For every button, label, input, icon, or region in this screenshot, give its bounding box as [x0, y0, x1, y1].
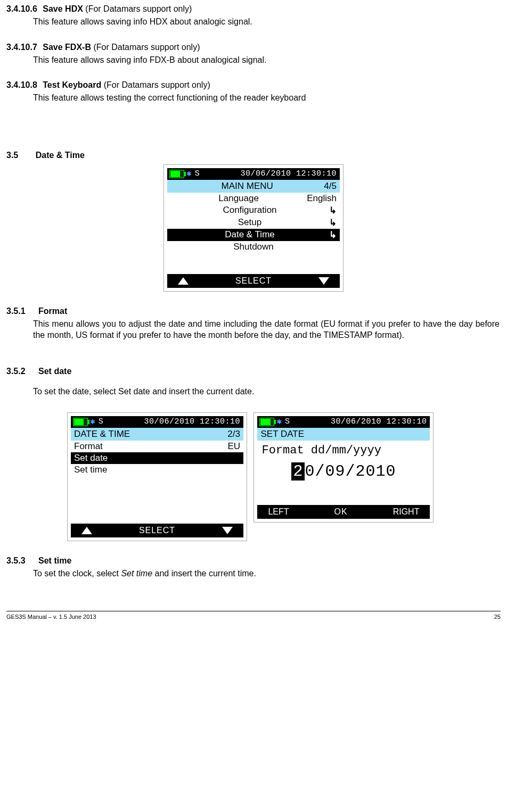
up-arrow-icon[interactable]	[81, 527, 92, 534]
device-screen: ✱ S 30/06/2010 12:30:10 MAIN MENU 4/5 La…	[163, 164, 344, 292]
softkey-ok[interactable]: OK	[289, 507, 393, 517]
screen-title-bar: DATE & TIME 2/3	[71, 428, 243, 441]
section-3-4-10-8: 3.4.10.8 Test Keyboard (For Datamars sup…	[6, 80, 501, 104]
section-3-4-10-6: 3.4.10.6 Save HDX (For Datamars support …	[6, 4, 501, 28]
menu-value: EU	[227, 441, 240, 452]
section-title: Test Keyboard	[43, 80, 101, 89]
menu-label: Date & Time	[170, 229, 329, 241]
screen-title: MAIN MENU	[170, 181, 324, 192]
footer-left: GES3S Manual – v. 1.5 June 2013	[6, 614, 494, 620]
section-body: To set the clock, select Set time and in…	[33, 568, 500, 579]
section-3-5-1: 3.5.1 Format This menu allows you to adj…	[6, 306, 501, 341]
status-bar: ✱ S 30/06/2010 12:30:10	[257, 416, 430, 428]
softkey-select[interactable]: SELECT	[92, 526, 222, 535]
submenu-arrow-icon: ↳	[329, 205, 337, 216]
device-screen-set-date: ✱ S 30/06/2010 12:30:10 SET DATE Format …	[254, 412, 434, 523]
screen-title: DATE & TIME	[74, 429, 227, 440]
section-body: This feature allows saving info FDX-B ab…	[33, 54, 500, 66]
section-title: Save FDX-B	[43, 43, 91, 52]
device-screen-date-time: ✱ S 30/06/2010 12:30:10 DATE & TIME 2/3 …	[67, 412, 247, 541]
section-number: 3.4.10.6	[6, 4, 37, 13]
menu-item-format[interactable]: FormatEU	[71, 441, 243, 452]
section-body: This feature allows saving info HDX abou…	[33, 16, 500, 28]
section-note: (For Datamars support only)	[83, 4, 192, 13]
battery-icon	[73, 418, 88, 426]
battery-icon	[259, 418, 274, 426]
heading: 3.5.3 Set time	[6, 556, 501, 566]
section-body: This menu allows you to adjust the date …	[33, 318, 500, 341]
section-3-5: 3.5 Date & Time ✱ S 30/06/2010 12:30:10 …	[6, 151, 501, 292]
menu-item-set-time[interactable]: Set time	[71, 464, 243, 476]
submenu-arrow-icon: ↳	[329, 229, 337, 241]
menu-item-language[interactable]: LanguageEnglish	[167, 193, 340, 204]
heading: 3.4.10.7 Save FDX-B (For Datamars suppor…	[6, 43, 501, 52]
heading: 3.4.10.8 Test Keyboard (For Datamars sup…	[6, 80, 501, 90]
menu-label: Language	[170, 193, 307, 204]
heading: 3.5.2 Set date	[6, 367, 501, 376]
date-edit-field[interactable]: 20/09/2010	[261, 462, 426, 480]
menu-list: FormatEU Set date Set time	[71, 441, 243, 524]
section-3-4-10-7: 3.4.10.7 Save FDX-B (For Datamars suppor…	[6, 43, 501, 66]
screenshot-main-menu: ✱ S 30/06/2010 12:30:10 MAIN MENU 4/5 La…	[6, 164, 501, 292]
status-s: S	[195, 168, 200, 180]
section-note: (For Datamars support only)	[101, 80, 210, 89]
menu-item-shutdown[interactable]: Shutdown	[167, 241, 340, 253]
down-arrow-icon[interactable]	[222, 527, 233, 534]
section-title: Set time	[38, 556, 71, 565]
section-number: 3.4.10.7	[6, 43, 37, 52]
menu-item-configuration[interactable]: Configuration↳	[167, 204, 340, 217]
menu-item-set-date[interactable]: Set date	[71, 452, 243, 464]
page-number: 25	[494, 614, 501, 620]
status-datetime: 30/06/2010 12:30:10	[331, 416, 427, 428]
screen-title-bar: MAIN MENU 4/5	[167, 180, 340, 193]
date-selected-digit: 2	[291, 462, 305, 480]
page-indicator: 4/5	[324, 181, 337, 192]
softkey-select[interactable]: SELECT	[189, 276, 318, 286]
bluetooth-icon: ✱	[90, 416, 95, 428]
submenu-arrow-icon: ↳	[329, 217, 337, 228]
menu-value: English	[307, 193, 337, 204]
body-italic: Set time	[121, 569, 152, 578]
screen-title: SET DATE	[260, 429, 427, 440]
body-post: and insert the current time.	[152, 569, 256, 578]
section-number: 3.5.1	[6, 306, 26, 316]
section-number: 3.5.2	[6, 367, 26, 376]
status-datetime: 30/06/2010 12:30:10	[240, 168, 337, 180]
section-title: Set date	[38, 367, 71, 376]
menu-label: Configuration	[170, 205, 329, 216]
section-title: Format	[38, 306, 67, 316]
menu-label: Set time	[74, 465, 240, 475]
heading: 3.5.1 Format	[6, 306, 501, 316]
status-bar: ✱ S 30/06/2010 12:30:10	[71, 416, 243, 428]
set-date-body: Format dd/mm/yyyy 20/09/2010	[257, 441, 430, 505]
softkey-right[interactable]: RIGHT	[393, 507, 420, 517]
up-arrow-icon[interactable]	[178, 277, 189, 285]
date-rest: 0/09/2010	[305, 462, 396, 480]
heading: 3.4.10.6 Save HDX (For Datamars support …	[6, 4, 501, 14]
section-title: Save HDX	[43, 4, 83, 13]
section-body: To set the date, select Set date and ins…	[33, 386, 500, 397]
section-3-5-3: 3.5.3 Set time To set the clock, select …	[6, 556, 501, 579]
down-arrow-icon[interactable]	[318, 277, 329, 285]
section-title: Date & Time	[36, 151, 85, 160]
page-footer: GES3S Manual – v. 1.5 June 2013 25	[6, 611, 501, 620]
section-body: This feature allows testing the correct …	[33, 92, 500, 104]
menu-item-setup[interactable]: Setup↳	[167, 217, 340, 229]
status-s: S	[99, 416, 103, 428]
menu-label: Setup	[170, 217, 329, 228]
body-pre: To set the clock, select	[33, 569, 121, 578]
menu-list: LanguageEnglish Configuration↳ Setup↳ Da…	[167, 193, 340, 274]
status-bar: ✱ S 30/06/2010 12:30:10	[167, 168, 340, 180]
menu-label: Format	[74, 441, 227, 452]
battery-icon	[169, 170, 184, 178]
menu-item-date-time[interactable]: Date & Time↳	[167, 229, 340, 241]
bluetooth-icon: ✱	[276, 416, 282, 428]
screen-title-bar: SET DATE	[257, 428, 430, 441]
page-indicator: 2/3	[227, 429, 240, 440]
menu-label: Set date	[74, 453, 240, 463]
status-s: S	[285, 416, 290, 428]
section-3-5-2: 3.5.2 Set date To set the date, select S…	[6, 367, 501, 541]
softkey-left[interactable]: LEFT	[268, 507, 289, 517]
section-number: 3.4.10.8	[6, 80, 37, 89]
bluetooth-icon: ✱	[186, 168, 192, 180]
